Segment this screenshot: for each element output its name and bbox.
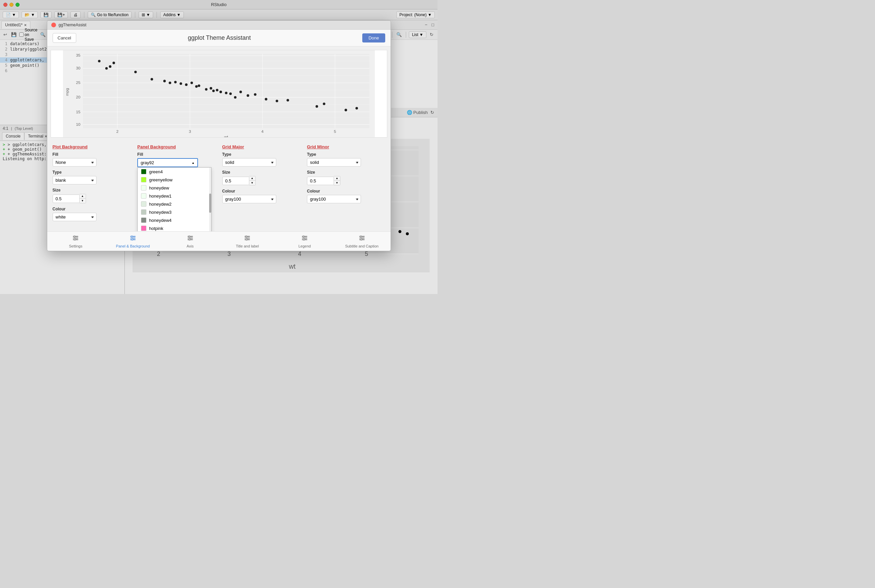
svg-point-132 [362, 237, 364, 239]
svg-point-54 [98, 60, 101, 62]
plot-bg-size-input[interactable] [53, 195, 80, 203]
settings-icon [72, 234, 79, 243]
honeydew1-label: honeydew1 [149, 194, 172, 199]
plot-preview: 10 15 20 25 30 35 mpg 2 3 4 5 wt [51, 50, 387, 138]
grid-minor-type-wrapper: solid dashed blank ▼ [307, 158, 361, 166]
svg-point-75 [234, 96, 236, 99]
dropdown-item-honeydew3[interactable]: honeydew3 [138, 208, 211, 216]
svg-point-71 [215, 88, 218, 92]
honeydew4-label: honeydew4 [149, 218, 172, 223]
plot-bg-colour-select[interactable]: white black gray100 [53, 213, 96, 221]
svg-point-85 [355, 107, 358, 110]
panel-background-title[interactable]: Panel Background [137, 144, 215, 149]
modal-window-title: ggThemeAssist [59, 22, 87, 27]
grid-minor-colour-select[interactable]: gray100 white black [307, 195, 361, 203]
grid-minor-title[interactable]: Grid Minor [307, 144, 385, 149]
dropdown-item-honeydew2[interactable]: honeydew2 [138, 200, 211, 208]
plot-bg-colour-label: Colour [53, 207, 131, 212]
svg-point-55 [105, 67, 108, 70]
svg-text:20: 20 [76, 95, 81, 99]
modal-close-button[interactable] [51, 22, 56, 27]
plot-bg-type-select[interactable]: blank solid [53, 176, 96, 184]
panel-bg-fill-input[interactable]: gray92 ▲ [137, 158, 198, 167]
grid-major-size-down[interactable]: ▼ [249, 181, 256, 185]
svg-rect-99 [73, 238, 78, 238]
grid-minor-type-select[interactable]: solid dashed blank [307, 158, 361, 166]
svg-point-81 [286, 99, 289, 102]
scatter-plot-svg: 10 15 20 25 30 35 mpg 2 3 4 5 wt [51, 50, 387, 137]
grid-minor-size-label: Size [307, 170, 385, 175]
plot-bg-size-up[interactable]: ▲ [80, 194, 86, 199]
grid-major-type-label: Type [222, 152, 301, 157]
dropdown-item-honeydew[interactable]: honeydew [138, 184, 211, 192]
nav-tab-title-label[interactable]: Title and label [219, 233, 276, 249]
plot-background-title[interactable]: Plot Background [53, 144, 131, 149]
title-label-tab-label: Title and label [236, 244, 259, 248]
svg-point-114 [191, 237, 192, 239]
dropdown-scrollbar-thumb [209, 194, 211, 213]
svg-point-57 [112, 62, 115, 64]
controls-area: Plot Background Fill None white gray92 ▼ [47, 141, 391, 231]
svg-text:wt: wt [224, 135, 229, 137]
nav-tab-axis[interactable]: Axis [162, 233, 219, 249]
svg-point-58 [134, 71, 137, 74]
grid-major-size-input[interactable] [222, 177, 249, 185]
panel-bg-fill-value: gray92 [141, 160, 154, 165]
plot-bg-fill-select[interactable]: None white gray92 [53, 158, 96, 166]
done-button[interactable]: Done [362, 33, 385, 42]
svg-point-69 [209, 87, 212, 90]
grid-minor-size-spinner: ▲ ▼ [307, 176, 385, 185]
svg-point-72 [219, 91, 222, 93]
greenyellow-swatch [141, 177, 146, 182]
plot-bg-colour-group: Colour white black gray100 ▼ [53, 207, 131, 221]
svg-point-80 [275, 100, 278, 102]
dropdown-item-hotpink[interactable]: hotpink [138, 224, 211, 231]
axis-icon [186, 234, 194, 243]
plot-bg-size-down[interactable]: ▼ [80, 199, 86, 203]
panel-bg-fill-dropdown-container: gray92 ▲ green4 greenyellow [137, 158, 215, 167]
svg-text:30: 30 [76, 66, 81, 70]
nav-tab-settings[interactable]: Settings [47, 233, 105, 249]
grid-minor-size-up[interactable]: ▲ [334, 176, 340, 181]
svg-point-61 [168, 82, 171, 84]
grid-major-size-group: Size ▲ ▼ [222, 170, 301, 185]
svg-point-60 [163, 80, 165, 82]
dropdown-item-green4[interactable]: green4 [138, 168, 211, 176]
plot-bg-colour-wrapper: white black gray100 ▼ [53, 213, 96, 221]
svg-point-103 [74, 239, 75, 240]
grid-minor-colour-group: Colour gray100 white black ▼ [307, 189, 385, 203]
grid-major-colour-select[interactable]: gray100 white black [222, 195, 276, 203]
dropdown-item-honeydew4[interactable]: honeydew4 [138, 216, 211, 224]
svg-point-83 [322, 102, 325, 105]
grid-minor-colour-label: Colour [307, 189, 385, 194]
honeydew2-label: honeydew2 [149, 202, 172, 207]
grid-major-title[interactable]: Grid Major [222, 144, 301, 149]
nav-tab-panel-background[interactable]: Panel & Background [104, 233, 162, 249]
svg-rect-104 [130, 236, 135, 237]
svg-rect-105 [130, 238, 135, 238]
svg-point-84 [344, 109, 347, 112]
axis-tab-label: Axis [186, 244, 194, 248]
grid-minor-size-down[interactable]: ▼ [334, 181, 340, 185]
dropdown-item-honeydew1[interactable]: honeydew1 [138, 192, 211, 200]
svg-point-101 [74, 236, 75, 237]
svg-point-82 [316, 105, 318, 108]
bottom-nav: Settings Panel & Background [47, 231, 391, 251]
svg-text:25: 25 [76, 80, 81, 85]
plot-bg-size-group: Size ▲ ▼ [53, 188, 131, 203]
dropdown-item-greenyellow[interactable]: greenyellow [138, 176, 211, 184]
grid-minor-section: Grid Minor Type solid dashed blank ▼ [307, 144, 385, 225]
nav-tab-legend[interactable]: Legend [276, 233, 333, 249]
svg-point-76 [239, 91, 242, 93]
modal-overlay: ggThemeAssist Cancel ggplot Theme Assist… [0, 0, 438, 294]
plot-bg-type-group: Type blank solid ▼ [53, 170, 131, 184]
svg-point-131 [360, 236, 362, 237]
grid-major-size-up[interactable]: ▲ [249, 176, 256, 181]
grid-minor-size-input[interactable] [307, 177, 334, 185]
nav-tab-subtitle-caption[interactable]: Subtitle and Caption [333, 233, 391, 249]
subtitle-caption-tab-label: Subtitle and Caption [345, 244, 379, 248]
grid-major-type-group: Type solid dashed blank ▼ [222, 152, 301, 166]
grid-major-type-select[interactable]: solid dashed blank [222, 158, 276, 166]
svg-point-108 [133, 237, 135, 239]
cancel-button[interactable]: Cancel [53, 33, 76, 43]
